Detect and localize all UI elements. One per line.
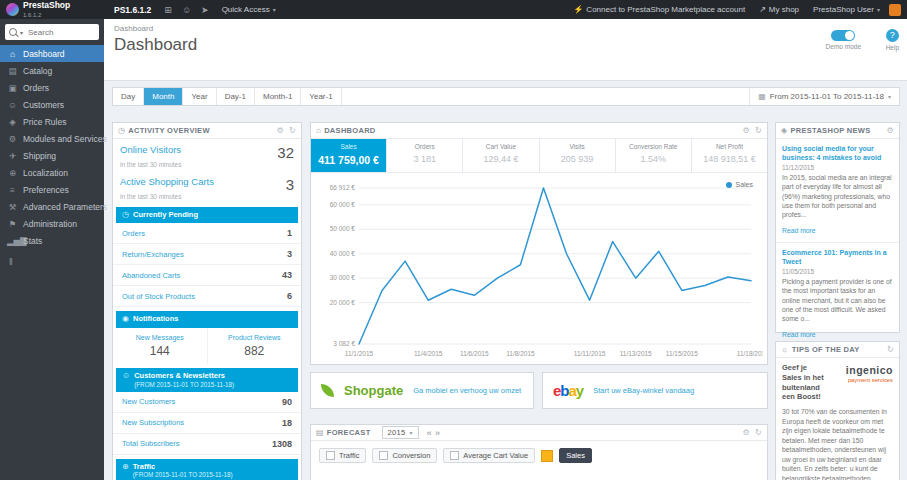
new-customers-row[interactable]: New Customers 90 [113, 392, 301, 413]
pending-returns-row[interactable]: Return/Exchanges 3 [113, 244, 301, 265]
refresh-icon[interactable]: ↻ [755, 428, 762, 437]
bell-icon: ◉ [122, 314, 129, 324]
tip-header: Geef je Sales in het buitenland een Boos… [776, 358, 899, 405]
demo-mode-control[interactable]: Demo mode [826, 30, 861, 50]
collapse-menu-button[interactable]: ‖ [9, 257, 104, 267]
total-subscribers-row[interactable]: Total Subscribers 1308 [113, 434, 301, 455]
cell-label: New Messages [115, 334, 205, 341]
shopgate-logo-text: Shopgate [344, 383, 403, 398]
shopgate-link[interactable]: Ga mobiel en verhoog uw omzet [413, 386, 521, 395]
sidebar-item-orders[interactable]: ▣ Orders [0, 79, 104, 96]
new-subscriptions-row[interactable]: New Subscriptions 18 [113, 413, 301, 434]
legend-conversion[interactable]: Conversion [372, 448, 437, 463]
sidebar-item-catalog[interactable]: ▤ Catalog [0, 62, 104, 79]
legend-average-cart-value[interactable]: Average Cart Value [443, 448, 535, 463]
pending-abandoned-carts-row[interactable]: Abandoned Carts 43 [113, 265, 301, 286]
ebay-link[interactable]: Start uw eBay-winkel vandaag [593, 386, 694, 395]
kpi-visits[interactable]: Visits 205 939 [540, 139, 616, 172]
kpi-orders[interactable]: Orders 3 181 [387, 139, 463, 172]
row-label: Abandoned Carts [122, 271, 180, 280]
active-carts-subtext: in the last 30 minutes [120, 193, 294, 200]
filter-year-button[interactable]: Year [183, 88, 216, 105]
chevron-down-icon: ▾ [273, 6, 276, 13]
panel-title: DASHBOARD [324, 126, 375, 135]
refresh-icon[interactable]: ↻ [887, 345, 894, 354]
chart-legend[interactable]: Sales [726, 181, 753, 188]
legend-sales[interactable]: Sales [559, 448, 592, 463]
prestashop-logo[interactable]: PrestaShop 1.6.1.2 [0, 1, 106, 19]
cell-value: 144 [115, 344, 205, 358]
svg-text:11/11/2015: 11/11/2015 [574, 350, 606, 357]
filter-day-button[interactable]: Day [113, 88, 144, 105]
read-more-link[interactable]: Read more [782, 227, 816, 234]
new-messages-cell[interactable]: New Messages 144 [113, 328, 208, 364]
shop-name[interactable]: PS1.6.1.2 [106, 5, 159, 15]
sidebar-item-price-rules[interactable]: ◈ Price Rules [0, 113, 104, 130]
sidebar-item-modules[interactable]: ⚙ Modules and Services [0, 130, 104, 147]
gear-icon[interactable]: ⚙ [743, 126, 750, 135]
row-value: 90 [282, 397, 292, 407]
currently-pending-header: ◷ Currently Pending [116, 207, 298, 223]
filter-month-1-button[interactable]: Month-1 [255, 88, 301, 105]
sidebar-item-administration[interactable]: ⚑ Administration [0, 215, 104, 232]
gear-icon[interactable]: ⚙ [277, 126, 284, 135]
help-button[interactable]: ? Help [886, 29, 899, 51]
kpi-value: 148 918,51 € [694, 154, 765, 164]
cell-value: 882 [210, 344, 300, 358]
legend-traffic[interactable]: Traffic [319, 448, 366, 463]
kpi-conversion-rate[interactable]: Conversion Rate 1.54% [616, 139, 692, 172]
sidebar-item-localization[interactable]: ⊕ Localization [0, 164, 104, 181]
prev-year-button[interactable]: « [427, 428, 432, 438]
rocket-icon[interactable]: ➤ [196, 5, 214, 15]
kpi-net-profit[interactable]: Net Profit 148 918,51 € [692, 139, 767, 172]
pending-out-of-stock-row[interactable]: Out of Stock Products 6 [113, 286, 301, 307]
demo-mode-toggle[interactable] [831, 30, 855, 41]
section-title: Customers & Newsletters [134, 371, 225, 380]
next-year-button[interactable]: » [435, 428, 440, 438]
search-input[interactable] [26, 27, 95, 38]
avatar[interactable] [889, 4, 901, 16]
sidebar-item-label: Preferences [23, 185, 69, 195]
my-shop-link[interactable]: ↗ My shop [752, 5, 806, 14]
sidebar-item-preferences[interactable]: ≡ Preferences [0, 181, 104, 198]
sidebar-item-customers[interactable]: ☺ Customers [0, 96, 104, 113]
chevron-down-icon: ▾ [409, 429, 412, 436]
refresh-icon[interactable]: ↻ [755, 126, 762, 135]
filter-month-button[interactable]: Month [144, 88, 183, 105]
pending-orders-row[interactable]: Orders 1 [113, 223, 301, 244]
gear-icon[interactable]: ⚙ [887, 126, 894, 135]
sidebar-item-shipping[interactable]: ✈ Shipping [0, 147, 104, 164]
active-carts-link[interactable]: Active Shopping Carts [120, 177, 214, 187]
filter-day-1-button[interactable]: Day-1 [217, 88, 255, 105]
checkbox[interactable] [326, 451, 335, 460]
date-range-picker[interactable]: ▦ From 2015-11-01 To 2015-11-18 ▾ [749, 88, 899, 105]
calendar-icon: ▦ [758, 92, 766, 101]
news-title-link[interactable]: Using social media for your business: 4 … [782, 144, 893, 162]
online-visitors-link[interactable]: Online Visitors [120, 145, 181, 155]
product-reviews-cell[interactable]: Product Reviews 882 [208, 328, 302, 364]
sidebar-item-advanced-parameters[interactable]: ⚒ Advanced Parameters [0, 198, 104, 215]
shopgate-ad[interactable]: Shopgate Ga mobiel en verhoog uw omzet [310, 372, 534, 409]
quick-access-menu[interactable]: Quick Access ▾ [214, 5, 284, 14]
kpi-cart-value[interactable]: Cart Value 129,44 € [463, 139, 539, 172]
ebay-ad[interactable]: ebay Start uw eBay-winkel vandaag [542, 372, 768, 409]
marketplace-link[interactable]: ⚡ Connect to PrestaShop Marketplace acco… [566, 5, 752, 14]
read-more-link[interactable]: Read more [782, 331, 816, 338]
checkbox[interactable] [379, 451, 388, 460]
filter-year-1-button[interactable]: Year-1 [301, 88, 341, 105]
shipping-icon: ✈ [7, 151, 18, 161]
checkbox[interactable] [450, 451, 459, 460]
sales-color-swatch[interactable] [541, 450, 553, 462]
news-title-link[interactable]: Ecommerce 101: Payments in a Tweet [782, 248, 893, 266]
sidebar-item-stats[interactable]: ▂▅▇ Stats [0, 232, 104, 249]
kpi-sales[interactable]: Sales 411 759,00 € [311, 139, 387, 172]
sidebar-search[interactable]: ▾ [5, 24, 99, 40]
user-menu[interactable]: PrestaShop User ▾ [806, 5, 887, 14]
cart-icon[interactable]: ⊞ [159, 5, 177, 15]
year-select[interactable]: 2015 ▾ [382, 426, 419, 439]
demo-mode-label: Demo mode [826, 43, 861, 50]
refresh-icon[interactable]: ↻ [289, 126, 296, 135]
customer-icon[interactable]: ☺ [177, 5, 196, 15]
sidebar-item-dashboard[interactable]: ⌂ Dashboard [0, 45, 104, 62]
gear-icon[interactable]: ⚙ [743, 428, 750, 437]
